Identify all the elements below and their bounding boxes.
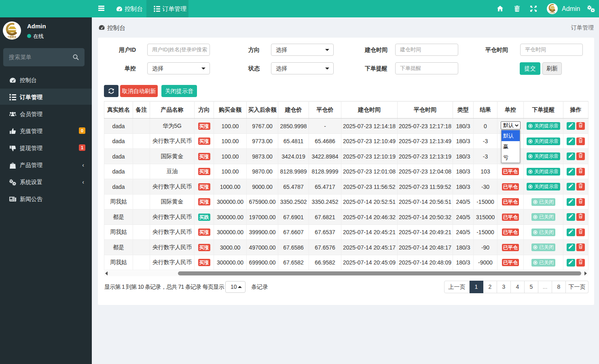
svg-text:China Gold: China Gold	[550, 13, 554, 14]
svg-text:China Gold: China Gold	[9, 38, 15, 40]
